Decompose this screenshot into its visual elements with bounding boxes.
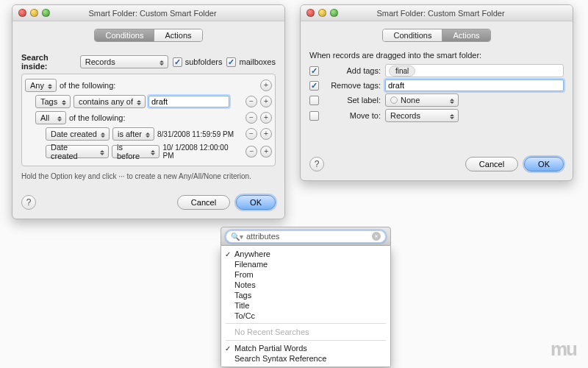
zoom-icon[interactable] [330, 9, 338, 17]
help-button[interactable]: ? [21, 195, 36, 210]
add-tags-label: Add tags: [323, 66, 381, 75]
cancel-button[interactable]: Cancel [177, 195, 230, 210]
chevron-updown-icon [448, 111, 456, 121]
minimize-icon[interactable] [318, 9, 326, 17]
chevron-updown-icon [99, 130, 107, 140]
chevron-updown-icon [144, 130, 151, 140]
close-icon[interactable] [306, 9, 315, 17]
rule-date-before-value[interactable]: 10/ 1/2008 12:00:00 PM [162, 144, 240, 160]
search-scope-select[interactable]: Records [80, 55, 168, 68]
remove-tags-checkbox[interactable] [309, 81, 319, 91]
subfolders-checkbox[interactable]: subfolders [173, 57, 223, 67]
group-all-select[interactable]: All [35, 111, 66, 124]
move-to-label: Move to: [323, 111, 381, 120]
rule-date-after-value[interactable]: 8/31/2008 11:59:59 PM [157, 130, 234, 138]
clear-search-button[interactable]: × [372, 232, 381, 241]
chevron-updown-icon [158, 57, 165, 68]
scope-item-filename[interactable]: Filename [221, 259, 390, 269]
move-to-checkbox[interactable] [309, 111, 319, 121]
scope-item-tags[interactable]: Tags [221, 290, 390, 300]
smart-folder-conditions-window: Smart Folder: Custom Smart Folder Condit… [12, 4, 285, 219]
smart-folder-actions-window: Smart Folder: Custom Smart Folder Condit… [300, 4, 573, 181]
search-query: attributes [246, 232, 279, 241]
rule-op-before-select[interactable]: is before [112, 145, 160, 158]
menu-divider [226, 340, 386, 341]
add-tags-value[interactable]: final [389, 66, 415, 77]
chevron-updown-icon [60, 97, 68, 107]
watermark: mu [551, 338, 576, 361]
remove-rule-button[interactable]: − [245, 96, 257, 107]
rule-op-after-select[interactable]: is after [112, 127, 154, 141]
tab-segment: Conditions Actions [382, 29, 490, 42]
search-input[interactable]: 🔍▾ attributes × [226, 230, 386, 243]
scope-item-tocc[interactable]: To/Cc [221, 311, 390, 321]
scope-item-notes[interactable]: Notes [221, 280, 390, 290]
window-title: Smart Folder: Custom Smart Folder [338, 9, 573, 18]
minimize-icon[interactable] [30, 9, 38, 17]
mailboxes-checkbox[interactable]: mailboxes [226, 57, 276, 67]
rule-op-contains-select[interactable]: contains any of [74, 95, 146, 108]
actions-intro: When records are dragged into the smart … [309, 51, 564, 60]
search-icon: 🔍▾ [231, 233, 243, 241]
chevron-updown-icon [448, 96, 456, 106]
chevron-updown-icon [135, 97, 143, 107]
of-following-text: of the following: [69, 113, 125, 122]
chevron-updown-icon [46, 81, 54, 91]
menu-divider [226, 323, 386, 324]
tab-segment: Conditions Actions [94, 29, 202, 42]
add-tags-checkbox[interactable] [309, 66, 319, 76]
add-rule-button[interactable]: + [260, 112, 272, 124]
zoom-icon[interactable] [42, 9, 50, 17]
chevron-updown-icon [98, 147, 106, 158]
move-to-select[interactable]: Records [385, 109, 459, 122]
remove-tags-input[interactable] [385, 79, 564, 91]
set-label-label: Set label: [323, 96, 381, 105]
set-label-checkbox[interactable] [309, 96, 319, 105]
rule-attr-tags-select[interactable]: Tags [35, 95, 71, 108]
scope-item-from[interactable]: From [221, 269, 390, 280]
search-inside-label: Search inside: [21, 53, 76, 71]
rule-value-tags-input[interactable] [148, 96, 229, 107]
chevron-updown-icon [149, 147, 157, 158]
cancel-button[interactable]: Cancel [465, 157, 518, 171]
set-label-select[interactable]: None [385, 93, 459, 107]
search-syntax-reference[interactable]: Search Syntax Reference [221, 353, 390, 364]
window-title: Smart Folder: Custom Smart Folder [50, 9, 284, 18]
search-popover: 🔍▾ attributes × Modified /06 1:04 PM /06… [220, 227, 391, 367]
rule-attr-date-select[interactable]: Date created [46, 145, 109, 158]
mailboxes-label: mailboxes [239, 57, 276, 66]
remove-rule-button[interactable]: − [245, 146, 257, 158]
ok-button[interactable]: OK [524, 157, 564, 171]
ok-button[interactable]: OK [236, 195, 276, 210]
subfolders-label: subfolders [185, 57, 223, 66]
no-recent-searches: No Recent Searches [221, 326, 390, 338]
group-any-select[interactable]: Any [25, 79, 57, 92]
tab-conditions[interactable]: Conditions [383, 29, 442, 41]
tab-conditions[interactable]: Conditions [95, 29, 154, 41]
close-icon[interactable] [18, 9, 26, 17]
match-partial-words[interactable]: Match Partial Words [221, 343, 390, 353]
add-rule-button[interactable]: + [260, 128, 272, 140]
rule-attr-date-select[interactable]: Date created [46, 127, 110, 141]
rules-container: Any of the following: + Tags contains an… [21, 74, 276, 166]
scope-item-title[interactable]: Title [221, 300, 390, 311]
add-rule-button[interactable]: + [260, 79, 272, 91]
remove-rule-button[interactable]: − [245, 112, 257, 124]
tab-actions[interactable]: Actions [154, 29, 201, 41]
scrollbar[interactable] [430, 255, 439, 321]
of-following-text: of the following: [60, 81, 115, 90]
search-toolbar: 🔍▾ attributes × [220, 227, 391, 246]
add-rule-button[interactable]: + [260, 146, 272, 158]
window-titlebar: Smart Folder: Custom Smart Folder [301, 5, 573, 21]
scope-item-anywhere[interactable]: Anywhere [221, 249, 390, 259]
tab-actions[interactable]: Actions [442, 29, 490, 41]
label-color-swatch-icon [390, 96, 398, 104]
chevron-updown-icon [56, 113, 63, 124]
window-titlebar: Smart Folder: Custom Smart Folder [12, 5, 284, 21]
option-hint: Hold the Option key and click ··· to cre… [21, 172, 276, 180]
add-rule-button[interactable]: + [260, 96, 272, 107]
remove-tags-label: Remove tags: [323, 81, 381, 90]
remove-rule-button[interactable]: − [245, 128, 257, 140]
search-scope-value: Records [85, 57, 115, 66]
help-button[interactable]: ? [309, 157, 324, 171]
